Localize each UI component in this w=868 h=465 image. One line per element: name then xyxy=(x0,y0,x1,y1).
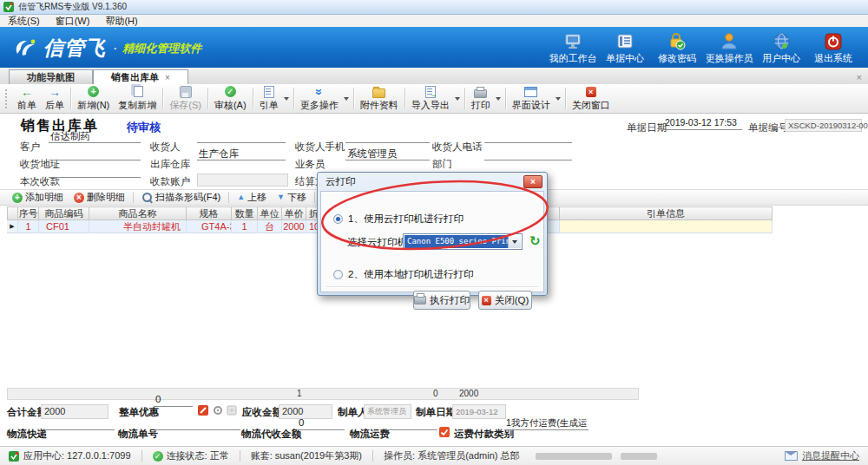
menu-system[interactable]: 系统(S) xyxy=(0,15,48,27)
dialog-close-icon[interactable]: × xyxy=(523,175,542,188)
workbench-icon xyxy=(563,30,582,50)
order-discount-field[interactable]: 0 xyxy=(154,394,193,407)
freight-type-check-icon[interactable] xyxy=(439,427,450,437)
warehouse-field[interactable]: 生产仓库 xyxy=(197,147,286,160)
document-center-label: 单据中心 xyxy=(606,52,644,65)
close-window-button[interactable]: × 关闭窗口 xyxy=(568,84,615,113)
local-printer-option[interactable]: 2、使用本地打印机进行打印 xyxy=(333,268,473,281)
document-center-button[interactable]: 单据中心 xyxy=(599,30,651,65)
discount-history-icon[interactable] xyxy=(227,405,237,416)
grid-header-unit[interactable]: 单位 xyxy=(258,206,282,220)
menu-window[interactable]: 窗口(W) xyxy=(48,15,98,27)
next-doc-button[interactable]: → 后单 xyxy=(41,84,69,113)
freight-type-field[interactable]: 1我方付运费(生成运 xyxy=(504,417,589,430)
dropdown-arrow-icon[interactable] xyxy=(455,97,460,101)
toolbar-separator xyxy=(404,88,405,109)
toolbar-separator xyxy=(464,88,465,109)
save-button[interactable]: 保存(S) xyxy=(165,84,206,113)
menu-help[interactable]: 帮助(H) xyxy=(97,15,145,27)
dropdown-arrow-icon[interactable] xyxy=(556,97,561,101)
tab-area-close-icon[interactable]: × xyxy=(857,73,862,82)
cell-qty[interactable]: 1 xyxy=(232,220,258,233)
toolbar-separator xyxy=(565,88,566,109)
tab-sales-outbound[interactable]: 销售出库单× xyxy=(93,69,188,84)
prev-doc-button[interactable]: ← 前单 xyxy=(13,84,41,113)
ui-design-button[interactable]: 界面设计 xyxy=(508,84,555,113)
cloud-printer-option[interactable]: 1、使用云打印机进行打印 xyxy=(333,213,464,226)
more-actions-button[interactable]: » 更多操作 xyxy=(296,84,343,113)
grid-header-seq[interactable]: 序号 xyxy=(18,206,39,220)
switch-operator-button[interactable]: 更换操作员 xyxy=(703,30,755,65)
grid-header-code[interactable]: 商品编码 xyxy=(39,206,89,220)
cloud-printer-select[interactable]: Canon E500 series Printer xyxy=(403,233,523,250)
edit-discount-icon[interactable] xyxy=(198,405,208,416)
cell-spec[interactable]: GT4A-3 xyxy=(187,220,232,233)
dialog-close-button[interactable]: × 关闭(Q) xyxy=(478,291,532,310)
new-button[interactable]: + 新增(N) xyxy=(73,84,114,113)
doc-date-field[interactable]: 2019-03-12 17:53 xyxy=(663,117,742,130)
consignee-mobile-field[interactable] xyxy=(345,130,430,143)
workbench-button[interactable]: 我的工作台 xyxy=(547,30,599,65)
import-export-label: 导入导出 xyxy=(411,99,450,112)
more-actions-icon: » xyxy=(313,88,326,95)
toolbar-separator xyxy=(207,88,208,109)
audit-button[interactable]: ✓ 审核(A) xyxy=(210,84,251,113)
freight-field[interactable] xyxy=(385,417,437,430)
exit-system-button[interactable]: 退出系统 xyxy=(807,30,859,65)
move-down-button[interactable]: ▼ 下移 xyxy=(272,191,312,204)
refresh-printers-icon[interactable]: ↻ xyxy=(529,234,541,247)
radio-selected-icon[interactable] xyxy=(333,214,343,224)
cell-price[interactable]: 2000 xyxy=(282,220,306,233)
address-field[interactable] xyxy=(49,147,141,160)
customer-field[interactable]: 信达制药 xyxy=(49,130,141,143)
consignee-phone-field[interactable] xyxy=(484,130,572,143)
combo-dropdown-button[interactable] xyxy=(508,235,521,248)
move-up-button[interactable]: ▲ 上移 xyxy=(232,191,272,204)
payment-field[interactable] xyxy=(49,165,141,178)
grid-header-price[interactable]: 单价 xyxy=(282,206,306,220)
copy-new-button[interactable]: 复制新增 xyxy=(114,84,161,113)
execute-print-button[interactable]: 执行打印 xyxy=(413,291,470,310)
dialog-close-button-icon: × xyxy=(482,296,491,305)
redacted-info xyxy=(621,453,657,460)
import-export-button[interactable]: 导入导出 xyxy=(407,84,454,113)
radio-unselected-icon[interactable] xyxy=(333,270,343,279)
delete-detail-button[interactable]: × 删除明细 xyxy=(69,191,130,204)
cell-seq[interactable]: 1 xyxy=(18,220,39,233)
grid-header-spec[interactable]: 规格 xyxy=(187,206,232,220)
tab-nav-map[interactable]: 功能导航图 xyxy=(9,69,93,84)
grid-header-name[interactable]: 商品名称 xyxy=(89,206,187,220)
cod-field[interactable]: 0 xyxy=(297,417,345,430)
dropdown-arrow-icon[interactable] xyxy=(496,97,501,101)
print-button[interactable]: 打印 xyxy=(467,84,495,113)
cell-name[interactable]: 半自动封罐机 xyxy=(89,220,187,233)
discount-settings-icon[interactable] xyxy=(213,405,223,416)
dropdown-arrow-icon[interactable] xyxy=(344,97,349,101)
tracking-field[interactable] xyxy=(155,417,240,430)
cell-unit[interactable]: 台 xyxy=(258,220,282,233)
consignee-field[interactable] xyxy=(197,130,286,143)
dropdown-arrow-icon[interactable] xyxy=(284,97,289,101)
doc-number-field: XSCKD-20190312-0001 xyxy=(785,119,862,132)
app-logo-icon xyxy=(3,2,14,12)
doc-date-label: 单据日期 xyxy=(627,121,667,134)
printer-select-label: 选择云打印机: xyxy=(347,236,410,249)
grid-header-qty[interactable]: 数量 xyxy=(232,206,258,220)
change-password-button[interactable]: 修改密码 xyxy=(651,30,703,65)
department-field[interactable] xyxy=(484,147,572,160)
scan-barcode-button[interactable]: 扫描条形码(F4) xyxy=(136,191,226,204)
cell-code[interactable]: CF01 xyxy=(39,220,89,233)
user-center-button[interactable]: 用户中心 xyxy=(755,30,807,65)
receivable-label: 应收金额 xyxy=(242,406,282,419)
tab-close-icon[interactable]: × xyxy=(165,73,170,82)
salesman-field[interactable]: 系统管理员 xyxy=(345,147,430,160)
ref-doc-button[interactable]: 引单 xyxy=(255,84,283,113)
message-center-icon xyxy=(785,451,798,461)
express-field[interactable] xyxy=(42,417,115,430)
exit-system-icon xyxy=(825,30,842,50)
attachments-button[interactable]: 附件资料 xyxy=(356,84,403,113)
add-detail-button[interactable]: + 添加明细 xyxy=(7,191,69,204)
cell-ref[interactable] xyxy=(560,220,773,233)
message-center-link[interactable]: 消息提醒中心 xyxy=(802,449,859,462)
grid-header-ref[interactable]: 引单信息 xyxy=(560,206,773,220)
